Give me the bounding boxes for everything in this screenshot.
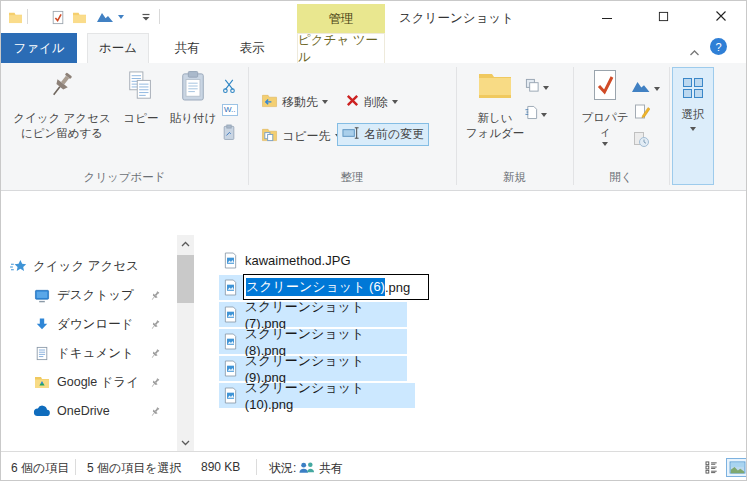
paste-icon: [179, 69, 207, 107]
history-button[interactable]: [633, 131, 650, 152]
group-separator: [573, 67, 574, 185]
paste-button[interactable]: 貼り付け: [167, 69, 219, 126]
pin-button-label-line2: にピン留めする: [21, 127, 103, 139]
move-to-button[interactable]: 移動先: [257, 91, 332, 113]
sidebar-item-downloads[interactable]: ダウンロード: [33, 311, 133, 337]
sidebar-item-label: ダウンロード: [57, 316, 133, 333]
tab-view[interactable]: 表示: [223, 33, 281, 63]
collapse-ribbon-icon[interactable]: [689, 43, 700, 61]
sidebar-item-quick-access[interactable]: クイック アクセス: [9, 253, 139, 279]
delete-button[interactable]: 削除: [341, 91, 402, 113]
cut-button[interactable]: [222, 78, 237, 98]
edit-button[interactable]: [634, 103, 650, 124]
tab-picture-tools[interactable]: ピクチャ ツール: [297, 33, 385, 63]
status-divider: [256, 459, 257, 475]
qat-separator: [159, 9, 160, 24]
file-row-screenshot-10[interactable]: スクリーンショット (10).png: [219, 383, 415, 408]
file-row-kawaimethod[interactable]: kawaimethod.JPG: [219, 248, 409, 273]
status-label: 状況:: [269, 460, 296, 477]
rename-input[interactable]: スクリーンショット (6).png: [243, 274, 429, 300]
properties-label: プロパティ: [577, 110, 633, 140]
tab-file[interactable]: ファイル: [1, 33, 77, 63]
chevron-down-icon: [690, 127, 696, 131]
shared-label: 共有: [319, 460, 343, 477]
pin-icon[interactable]: [149, 404, 161, 416]
paste-shortcut-button[interactable]: [222, 123, 236, 145]
customize-qat-icon[interactable]: [137, 9, 155, 25]
pin-button-label-line1: クイック アクセス: [13, 112, 110, 124]
folder-icon[interactable]: [6, 9, 24, 25]
new-folder-label-line2: フォルダー: [466, 127, 525, 139]
group-label-organize: 整理: [248, 169, 456, 185]
tab-home[interactable]: ホーム: [87, 33, 149, 63]
file-row-screenshot-7[interactable]: スクリーンショット (7).png: [219, 302, 407, 327]
rename-extension-text: .png: [385, 280, 410, 295]
sidebar-item-label: デスクトップ: [57, 287, 134, 304]
copy-path-button[interactable]: W..: [222, 104, 238, 116]
delete-icon: [345, 93, 360, 111]
copy-path-icon: W..: [222, 104, 238, 116]
copy-button[interactable]: コピー: [117, 69, 165, 126]
sidebar-item-label: クイック アクセス: [33, 258, 139, 275]
group-label-clipboard: クリップボード: [1, 169, 248, 185]
minimize-button[interactable]: [589, 1, 625, 31]
sidebar-item-label: Google ドライ: [57, 374, 139, 391]
properties-icon[interactable]: [49, 9, 67, 25]
rename-icon: [342, 126, 360, 143]
scissors-icon: [222, 78, 237, 98]
file-row-screenshot-8[interactable]: スクリーンショット (8).png: [219, 329, 407, 354]
image-file-icon: [223, 360, 240, 377]
sidebar-scrollbar[interactable]: [177, 235, 194, 451]
thumbnail-view-button[interactable]: [726, 458, 747, 477]
ribbon: クイック アクセスにピン留めする コピー 貼り付け W.. ク: [1, 63, 747, 191]
select-button[interactable]: 選択: [672, 67, 714, 185]
new-folder-label-line1: 新しい: [477, 112, 512, 124]
pin-icon[interactable]: [149, 375, 161, 387]
file-name: スクリーンショット (10).png: [245, 379, 415, 412]
close-button[interactable]: [701, 1, 741, 31]
chevron-down-icon: [602, 142, 608, 146]
sidebar-item-onedrive[interactable]: OneDrive: [33, 398, 110, 424]
rename-selected-text: スクリーンショット (6): [246, 278, 385, 296]
file-row-renaming-icon-strip[interactable]: [219, 275, 243, 300]
group-separator: [669, 67, 670, 185]
status-divider: [75, 459, 76, 475]
properties-button[interactable]: プロパティ: [577, 69, 633, 146]
maximize-button[interactable]: [645, 1, 681, 31]
image-file-icon: [223, 387, 240, 404]
window-title: スクリーンショット: [399, 10, 514, 27]
sidebar-item-desktop[interactable]: デスクトップ: [33, 282, 134, 308]
help-icon[interactable]: ?: [710, 38, 727, 55]
image-file-icon: [223, 333, 240, 350]
scroll-down-icon[interactable]: [177, 434, 194, 451]
contextual-tab-header[interactable]: 管理: [297, 4, 385, 34]
image-file-icon: [223, 279, 238, 296]
picture-tools-icon[interactable]: [95, 9, 125, 25]
new-item-button[interactable]: [525, 105, 547, 124]
open-button[interactable]: [631, 79, 660, 98]
sidebar-item-label: ドキュメント: [57, 345, 134, 362]
details-view-button[interactable]: [701, 458, 723, 477]
scroll-up-icon[interactable]: [177, 235, 194, 252]
ribbon-tab-row: ファイル ホーム 共有 表示 ピクチャ ツール ?: [1, 33, 747, 63]
pin-icon[interactable]: [149, 346, 161, 358]
easy-access-button[interactable]: [525, 78, 549, 97]
pin-icon[interactable]: [149, 317, 161, 329]
file-row-screenshot-9[interactable]: スクリーンショット (9).png: [219, 356, 407, 381]
qat-separator: [27, 9, 28, 24]
document-icon: [33, 346, 51, 361]
pin-to-quick-access-button[interactable]: クイック アクセスにピン留めする: [9, 69, 115, 141]
folder-icon[interactable]: [70, 9, 88, 25]
sidebar-item-documents[interactable]: ドキュメント: [33, 340, 134, 366]
new-folder-button[interactable]: 新しいフォルダー: [463, 69, 527, 141]
pencil-icon: [634, 103, 650, 124]
rename-button[interactable]: 名前の変更: [337, 123, 429, 146]
chevron-down-icon: [392, 100, 398, 104]
scrollbar-thumb[interactable]: [177, 255, 194, 303]
image-file-icon: [223, 252, 240, 269]
pushpin-icon: [46, 69, 78, 107]
tab-share[interactable]: 共有: [157, 33, 217, 63]
copy-to-button[interactable]: コピー先: [257, 125, 345, 147]
sidebar-item-google-drive[interactable]: Google ドライ: [33, 369, 161, 395]
pin-icon[interactable]: [149, 288, 161, 300]
